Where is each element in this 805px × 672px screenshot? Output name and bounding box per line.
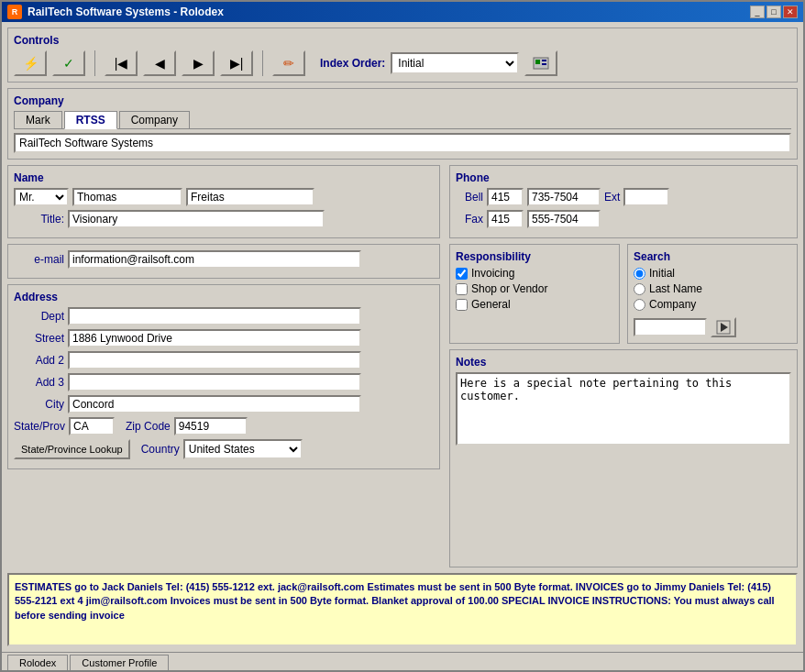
company-section-label: Company bbox=[14, 94, 791, 107]
svg-rect-1 bbox=[535, 60, 540, 64]
shop-vendor-checkbox[interactable] bbox=[456, 283, 468, 295]
notes-label: Notes bbox=[456, 356, 791, 369]
edit-button[interactable]: ✏ bbox=[272, 50, 305, 76]
invoicing-label: Invoicing bbox=[471, 267, 514, 280]
bottom-notes: ESTIMATES go to Jack Daniels Tel: (415) … bbox=[7, 573, 798, 646]
separator-1 bbox=[94, 50, 95, 76]
address-section: Address Dept Street Add 2 Add 3 bbox=[7, 284, 440, 469]
name-section: Name Mr. Mrs. Ms. Dr. Title: bbox=[7, 165, 440, 238]
country-label: Country bbox=[141, 443, 180, 456]
email-label: e-mail bbox=[14, 253, 64, 266]
company-section: Company Mark RTSS Company bbox=[7, 88, 798, 160]
search-initial-label: Initial bbox=[649, 267, 675, 280]
index-order-select[interactable]: Initial Last Name Company bbox=[391, 52, 519, 74]
general-label: General bbox=[471, 298, 511, 311]
search-label: Search bbox=[634, 250, 791, 263]
search-lastname-radio[interactable] bbox=[634, 283, 645, 295]
zip-input[interactable] bbox=[174, 417, 248, 435]
search-section: Search Initial Last Name Company bbox=[627, 244, 798, 344]
ext-label: Ext bbox=[604, 191, 620, 204]
fax-number-input[interactable] bbox=[527, 210, 601, 228]
controls-label: Controls bbox=[14, 34, 791, 47]
add2-label: Add 2 bbox=[14, 354, 64, 367]
tab-company[interactable]: Company bbox=[119, 111, 190, 128]
minimize-button[interactable]: _ bbox=[750, 6, 765, 18]
bell-label: Bell bbox=[456, 191, 483, 204]
search-company-label: Company bbox=[649, 298, 696, 311]
shop-vendor-label: Shop or Vendor bbox=[471, 282, 547, 295]
bell-number-input[interactable] bbox=[527, 188, 601, 206]
name-prefix-select[interactable]: Mr. Mrs. Ms. Dr. bbox=[14, 188, 69, 206]
fax-label: Fax bbox=[456, 213, 483, 226]
title-input[interactable] bbox=[68, 210, 325, 228]
app-icon: R bbox=[7, 5, 22, 19]
street-label: Street bbox=[14, 332, 64, 345]
invoicing-checkbox[interactable] bbox=[456, 268, 468, 280]
city-label: City bbox=[14, 398, 64, 411]
dept-label: Dept bbox=[14, 310, 64, 323]
add2-input[interactable] bbox=[68, 351, 361, 369]
svg-rect-2 bbox=[542, 60, 546, 61]
setup-button[interactable] bbox=[524, 50, 557, 76]
next-record-button[interactable]: ▶ bbox=[182, 50, 215, 76]
state-label: State/Prov bbox=[14, 420, 65, 433]
fax-area-input[interactable] bbox=[487, 210, 524, 228]
title-label: Title: bbox=[14, 213, 64, 226]
index-order-label: Index Order: bbox=[320, 57, 385, 70]
last-record-button[interactable]: ▶| bbox=[220, 50, 253, 76]
city-input[interactable] bbox=[68, 395, 361, 413]
responsibility-label: Responsibility bbox=[456, 250, 613, 263]
zip-label: Zip Code bbox=[126, 420, 171, 433]
responsibility-section: Responsibility Invoicing Shop or Vendor … bbox=[449, 244, 620, 344]
first-record-button[interactable]: |◀ bbox=[105, 50, 138, 76]
bell-area-input[interactable] bbox=[487, 188, 524, 206]
first-name-input[interactable] bbox=[72, 188, 182, 206]
title-bar: R RailTech Software Systems - Rolodex _ … bbox=[2, 2, 803, 22]
last-name-input[interactable] bbox=[186, 188, 314, 206]
close-button[interactable]: ✕ bbox=[783, 6, 798, 18]
company-input[interactable] bbox=[14, 133, 791, 153]
search-go-icon bbox=[716, 320, 731, 335]
notes-section: Notes Here is a special note pertaining … bbox=[449, 349, 798, 567]
add3-input[interactable] bbox=[68, 373, 361, 391]
general-checkbox[interactable] bbox=[456, 299, 468, 311]
name-label: Name bbox=[14, 171, 434, 184]
phone-label: Phone bbox=[456, 171, 791, 184]
phone-section: Phone Bell Ext Fax bbox=[449, 165, 798, 238]
email-input[interactable] bbox=[68, 250, 361, 269]
window-title: RailTech Software Systems - Rolodex bbox=[28, 6, 224, 18]
tab-customer-profile[interactable]: Customer Profile bbox=[70, 655, 169, 670]
search-lastname-label: Last Name bbox=[649, 282, 702, 295]
search-go-button[interactable] bbox=[711, 317, 736, 337]
svg-rect-3 bbox=[542, 63, 546, 65]
prev-record-button[interactable]: ◀ bbox=[143, 50, 176, 76]
search-initial-radio[interactable] bbox=[634, 268, 645, 280]
search-company-radio[interactable] bbox=[634, 299, 645, 311]
setup-icon bbox=[532, 54, 550, 72]
tab-rtss[interactable]: RTSS bbox=[64, 111, 117, 129]
company-tabs: Mark RTSS Company bbox=[14, 111, 791, 129]
ext-input[interactable] bbox=[623, 188, 669, 206]
dept-input[interactable] bbox=[68, 307, 361, 325]
state-input[interactable] bbox=[69, 417, 115, 435]
street-input[interactable] bbox=[68, 329, 361, 347]
controls-section: Controls ⚡ ✓ |◀ ◀ ▶ ▶| ✏ Index Order: In… bbox=[7, 28, 798, 83]
separator-2 bbox=[262, 50, 263, 76]
tab-bar: Rolodex Customer Profile bbox=[2, 652, 803, 670]
notes-textarea[interactable]: Here is a special note pertaining to thi… bbox=[456, 372, 791, 446]
maximize-button[interactable]: □ bbox=[766, 6, 781, 18]
lightning-button[interactable]: ⚡ bbox=[14, 50, 47, 76]
check-button[interactable]: ✓ bbox=[52, 50, 85, 76]
window-controls: _ □ ✕ bbox=[750, 6, 798, 18]
search-text-input[interactable] bbox=[634, 318, 707, 336]
state-lookup-button[interactable]: State/Province Lookup bbox=[14, 439, 130, 459]
add3-label: Add 3 bbox=[14, 376, 64, 389]
tab-mark[interactable]: Mark bbox=[14, 111, 62, 128]
email-section: e-mail bbox=[7, 244, 440, 279]
country-select[interactable]: United States Canada Mexico Other bbox=[183, 439, 303, 459]
address-label: Address bbox=[14, 291, 434, 303]
tab-rolodex[interactable]: Rolodex bbox=[7, 655, 68, 670]
